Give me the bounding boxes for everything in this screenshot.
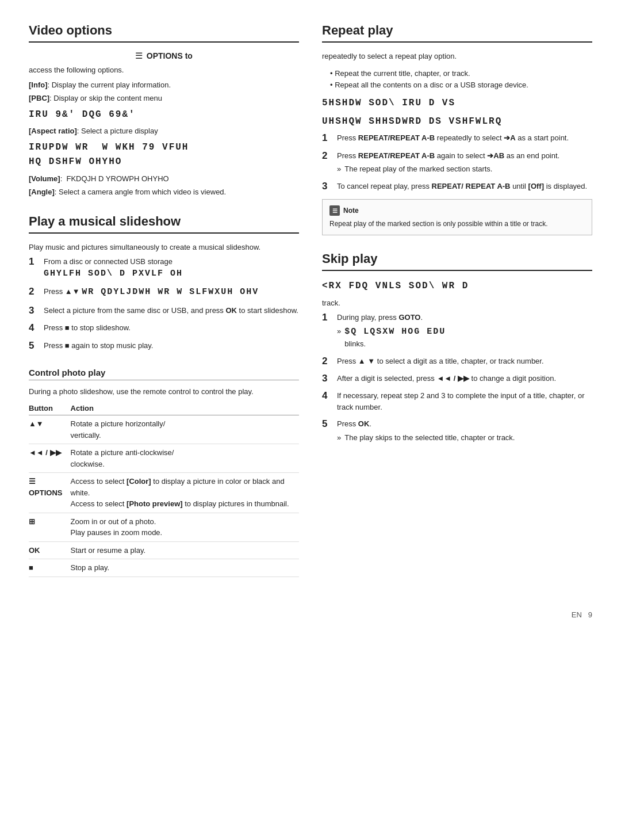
button-zoom: ⊞ [29, 513, 71, 541]
button-updown: ▲▼ [29, 415, 71, 444]
control-photo-table: Button Action ▲▼ Rotate a picture horizo… [29, 402, 299, 577]
skip-garbled-intro: <RX FDQ VNLS SOD\ WR D [322, 279, 592, 294]
garbled-2: IRUPDW WR W WKH 79 VFUHHQ DSHFW OHYHO [29, 140, 299, 170]
action-options: Access to select [Color] to display a pi… [71, 473, 299, 513]
right-column: Repeat play repeatedly to select a repea… [322, 23, 592, 593]
repeat-bullet-2: Repeat all the contents on a disc or a U… [330, 79, 592, 91]
table-row: ◄◄ / ▶▶ Rotate a picture anti-clockwise/… [29, 444, 299, 473]
video-options-title: Video options [29, 23, 299, 43]
skip-play-section: Skip play <RX FDQ VNLS SOD\ WR D track. … [322, 251, 592, 443]
action-stop: Stop a play. [71, 559, 299, 577]
table-row: ⊞ Zoom in or out of a photo.Play pauses … [29, 513, 299, 541]
action-updown: Rotate a picture horizontally/vertically… [71, 415, 299, 444]
skip-step-3: 3 After a digit is selected, press ◄◄ / … [322, 373, 592, 384]
slideshow-step-1: 1 From a disc or connected USB storage G… [29, 256, 299, 280]
note-text: Repeat play of the marked section is onl… [329, 220, 548, 228]
table-header-button: Button [29, 402, 71, 415]
action-ok: Start or resume a play. [71, 541, 299, 559]
slideshow-step-5: 5 Press ■ again to stop music play. [29, 340, 299, 352]
note-header: ☰ Note [329, 205, 585, 216]
repeat-play-section: Repeat play repeatedly to select a repea… [322, 23, 592, 235]
skip-step-1: 1 During play, press GOTO. » $Q LQSXW HO… [322, 312, 592, 350]
control-photo-intro: During a photo slideshow, use the remote… [29, 386, 299, 398]
repeat-bullets: Repeat the current title, chapter, or tr… [322, 68, 592, 92]
action-prevnext: Rotate a picture anti-clockwise/clockwis… [71, 444, 299, 473]
button-options: ☰OPTIONS [29, 473, 71, 513]
button-ok: OK [29, 541, 71, 559]
pbc-item: [PBC]: Display or skip the content menu [29, 93, 299, 104]
table-row: ■ Stop a play. [29, 559, 299, 577]
garbled-step2: WR QDYLJDWH WR W SLFWXUH OHV [82, 287, 259, 297]
repeat-step-1: 1 Press REPEAT/REPEAT A-B repeatedly to … [322, 132, 592, 144]
skip-step-1-sub: » $Q LQSXW HOG EDUblinks. [337, 326, 592, 350]
skip-track-text: track. [322, 297, 592, 309]
slideshow-step-4: 4 Press ■ to stop slideshow. [29, 322, 299, 334]
musical-slideshow-title: Play a musical slideshow [29, 214, 299, 234]
repeat-step-2: 2 Press REPEAT/REPEAT A-B again to selec… [322, 150, 592, 175]
table-row: ☰OPTIONS Access to select [Color] to dis… [29, 473, 299, 513]
skip-play-title: Skip play [322, 251, 592, 271]
note-icon: ☰ [329, 205, 340, 216]
table-header-action: Action [71, 402, 299, 415]
angle-item: [Angle]: Select a camera angle from whic… [29, 186, 299, 198]
slideshow-step-2: 2 Press ▲▼ WR QDYLJDWH WR W SLFWXUH OHV [29, 286, 299, 299]
musical-slideshow-section: Play a musical slideshow Play music and … [29, 214, 299, 352]
menu-icon: ☰ [135, 51, 143, 60]
language-label: EN [572, 610, 582, 619]
page-number: 9 [588, 610, 592, 619]
repeat-step-3: 3 To cancel repeat play, press REPEAT/ R… [322, 181, 592, 192]
repeat-play-title: Repeat play [322, 23, 592, 43]
access-text: access the following options. [29, 64, 299, 76]
left-column: Video options ☰ OPTIONS to access the fo… [29, 23, 299, 593]
skip-step-4: 4 If necessary, repeat step 2 and 3 to c… [322, 390, 592, 413]
options-to-text: OPTIONS to [147, 51, 193, 60]
action-zoom: Zoom in or out of a photo.Play pauses in… [71, 513, 299, 541]
repeat-intro: repeatedly to select a repeat play optio… [322, 51, 592, 62]
slideshow-step-3: 3 Select a picture from the same disc or… [29, 305, 299, 316]
skip-step-5-sub: » The play skips to the selected title, … [337, 432, 592, 444]
garbled-step1: GHYLFH SOD\ D PXVLF OH [44, 269, 183, 278]
skip-steps: 1 During play, press GOTO. » $Q LQSXW HO… [322, 312, 592, 443]
note-label: Note [343, 205, 359, 216]
slideshow-steps: 1 From a disc or connected USB storage G… [29, 256, 299, 352]
slideshow-intro: Play music and pictures simultaneously t… [29, 242, 299, 253]
control-photo-section: Control photo play During a photo slides… [29, 368, 299, 577]
button-prevnext: ◄◄ / ▶▶ [29, 444, 71, 473]
garbled-repeat-2: UHSHQW SHHSDWRD DS VSHFWLRQ [322, 114, 592, 129]
skip-step-5: 5 Press OK. » The play skips to the sele… [322, 418, 592, 443]
aspect-item: [Aspect ratio]: Select a picture display [29, 125, 299, 137]
repeat-steps: 1 Press REPEAT/REPEAT A-B repeatedly to … [322, 132, 592, 192]
repeat-bullet-1: Repeat the current title, chapter, or tr… [330, 68, 592, 80]
skip-step-2: 2 Press ▲ ▼ to select a digit as a title… [322, 356, 592, 367]
options-line: ☰ OPTIONS to [29, 51, 299, 61]
control-photo-title: Control photo play [29, 368, 299, 380]
table-row: OK Start or resume a play. [29, 541, 299, 559]
volume-item: [Volume]: FKDQJH D YROWPH OHYHO [29, 173, 299, 185]
info-item: [Info]: Display the current play informa… [29, 79, 299, 91]
table-row: ▲▼ Rotate a picture horizontally/vertica… [29, 415, 299, 444]
button-stop: ■ [29, 559, 71, 577]
garbled-repeat-1: 5HSHDW SOD\ IRU D VS [322, 96, 592, 111]
video-options-section: Video options ☰ OPTIONS to access the fo… [29, 23, 299, 198]
page-footer: EN 9 [29, 610, 592, 619]
repeat-step-2-sub: » The repeat play of the marked section … [337, 163, 592, 175]
repeat-note-box: ☰ Note Repeat play of the marked section… [322, 199, 592, 235]
garbled-1: IRU 9&' DQG 69&' [29, 108, 299, 123]
